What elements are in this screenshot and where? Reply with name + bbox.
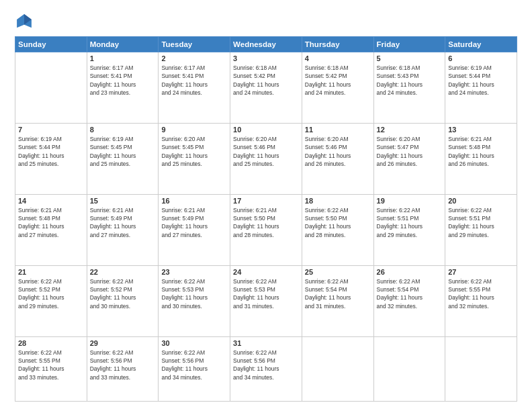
col-header-thursday: Thursday [302, 37, 373, 52]
day-info: Sunrise: 6:20 AMSunset: 5:47 PMDaylight:… [377, 135, 443, 168]
day-number: 15 [90, 197, 156, 205]
logo [15, 12, 36, 31]
day-number: 2 [161, 54, 227, 62]
day-number: 4 [305, 54, 371, 62]
week-row-2: 7Sunrise: 6:19 AMSunset: 5:44 PMDaylight… [15, 123, 517, 194]
col-header-wednesday: Wednesday [230, 37, 302, 52]
day-number: 11 [305, 126, 371, 134]
day-info: Sunrise: 6:21 AMSunset: 5:49 PMDaylight:… [161, 206, 227, 239]
day-number: 5 [377, 54, 443, 62]
col-header-tuesday: Tuesday [159, 37, 230, 52]
day-number: 28 [18, 339, 84, 347]
day-info: Sunrise: 6:22 AMSunset: 5:53 PMDaylight:… [161, 277, 227, 310]
day-info: Sunrise: 6:22 AMSunset: 5:54 PMDaylight:… [305, 277, 371, 310]
day-number: 25 [305, 268, 371, 276]
day-info: Sunrise: 6:19 AMSunset: 5:44 PMDaylight:… [18, 135, 84, 168]
day-info: Sunrise: 6:22 AMSunset: 5:51 PMDaylight:… [377, 206, 443, 239]
day-number: 23 [161, 268, 227, 276]
day-info: Sunrise: 6:20 AMSunset: 5:46 PMDaylight:… [233, 135, 299, 168]
day-cell [373, 336, 445, 401]
day-cell: 12Sunrise: 6:20 AMSunset: 5:47 PMDayligh… [373, 123, 445, 194]
day-number: 14 [18, 197, 84, 205]
day-number: 13 [448, 126, 514, 134]
day-number: 9 [161, 126, 227, 134]
day-cell: 5Sunrise: 6:18 AMSunset: 5:43 PMDaylight… [373, 52, 445, 124]
day-number: 18 [305, 197, 371, 205]
logo-icon [15, 12, 34, 31]
col-header-monday: Monday [87, 37, 159, 52]
day-info: Sunrise: 6:17 AMSunset: 5:41 PMDaylight:… [90, 64, 156, 97]
header [15, 12, 517, 31]
day-info: Sunrise: 6:19 AMSunset: 5:44 PMDaylight:… [448, 64, 514, 97]
day-number: 29 [90, 339, 156, 347]
day-info: Sunrise: 6:19 AMSunset: 5:45 PMDaylight:… [90, 135, 156, 168]
day-cell: 16Sunrise: 6:21 AMSunset: 5:49 PMDayligh… [159, 194, 230, 265]
day-info: Sunrise: 6:17 AMSunset: 5:41 PMDaylight:… [161, 64, 227, 97]
day-cell: 10Sunrise: 6:20 AMSunset: 5:46 PMDayligh… [230, 123, 302, 194]
day-cell [15, 52, 87, 124]
day-cell: 15Sunrise: 6:21 AMSunset: 5:49 PMDayligh… [87, 194, 159, 265]
week-row-5: 28Sunrise: 6:22 AMSunset: 5:55 PMDayligh… [15, 336, 517, 401]
day-number: 20 [448, 197, 514, 205]
day-number: 19 [377, 197, 443, 205]
col-header-friday: Friday [373, 37, 445, 52]
day-cell: 26Sunrise: 6:22 AMSunset: 5:54 PMDayligh… [373, 265, 445, 336]
day-info: Sunrise: 6:20 AMSunset: 5:46 PMDaylight:… [305, 135, 371, 168]
header-row: SundayMondayTuesdayWednesdayThursdayFrid… [15, 37, 517, 52]
day-cell: 9Sunrise: 6:20 AMSunset: 5:45 PMDaylight… [159, 123, 230, 194]
day-cell: 11Sunrise: 6:20 AMSunset: 5:46 PMDayligh… [302, 123, 373, 194]
day-cell: 20Sunrise: 6:22 AMSunset: 5:51 PMDayligh… [445, 194, 517, 265]
day-number: 30 [161, 339, 227, 347]
day-cell: 28Sunrise: 6:22 AMSunset: 5:55 PMDayligh… [15, 336, 87, 401]
day-cell: 6Sunrise: 6:19 AMSunset: 5:44 PMDaylight… [445, 52, 517, 124]
day-cell: 22Sunrise: 6:22 AMSunset: 5:52 PMDayligh… [87, 265, 159, 336]
day-cell: 27Sunrise: 6:22 AMSunset: 5:55 PMDayligh… [445, 265, 517, 336]
day-info: Sunrise: 6:22 AMSunset: 5:51 PMDaylight:… [448, 206, 514, 239]
day-info: Sunrise: 6:22 AMSunset: 5:53 PMDaylight:… [233, 277, 299, 310]
day-number: 22 [90, 268, 156, 276]
day-info: Sunrise: 6:22 AMSunset: 5:55 PMDaylight:… [18, 349, 84, 381]
day-cell: 4Sunrise: 6:18 AMSunset: 5:42 PMDaylight… [302, 52, 373, 124]
day-cell: 24Sunrise: 6:22 AMSunset: 5:53 PMDayligh… [230, 265, 302, 336]
day-number: 26 [377, 268, 443, 276]
day-number: 7 [18, 126, 84, 134]
day-number: 16 [161, 197, 227, 205]
day-cell: 19Sunrise: 6:22 AMSunset: 5:51 PMDayligh… [373, 194, 445, 265]
day-info: Sunrise: 6:21 AMSunset: 5:50 PMDaylight:… [233, 206, 299, 239]
day-number: 21 [18, 268, 84, 276]
day-number: 17 [233, 197, 299, 205]
day-cell: 21Sunrise: 6:22 AMSunset: 5:52 PMDayligh… [15, 265, 87, 336]
day-cell: 7Sunrise: 6:19 AMSunset: 5:44 PMDaylight… [15, 123, 87, 194]
day-info: Sunrise: 6:20 AMSunset: 5:45 PMDaylight:… [161, 135, 227, 168]
day-cell [302, 336, 373, 401]
day-cell: 25Sunrise: 6:22 AMSunset: 5:54 PMDayligh… [302, 265, 373, 336]
day-cell: 3Sunrise: 6:18 AMSunset: 5:42 PMDaylight… [230, 52, 302, 124]
day-info: Sunrise: 6:22 AMSunset: 5:52 PMDaylight:… [18, 277, 84, 310]
day-number: 8 [90, 126, 156, 134]
day-number: 31 [233, 339, 299, 347]
day-info: Sunrise: 6:22 AMSunset: 5:56 PMDaylight:… [90, 349, 156, 381]
day-info: Sunrise: 6:22 AMSunset: 5:54 PMDaylight:… [377, 277, 443, 310]
day-info: Sunrise: 6:18 AMSunset: 5:43 PMDaylight:… [377, 64, 443, 97]
day-number: 12 [377, 126, 443, 134]
day-number: 24 [233, 268, 299, 276]
calendar-page: SundayMondayTuesdayWednesdayThursdayFrid… [0, 0, 532, 411]
day-cell: 31Sunrise: 6:22 AMSunset: 5:56 PMDayligh… [230, 336, 302, 401]
day-cell: 2Sunrise: 6:17 AMSunset: 5:41 PMDaylight… [159, 52, 230, 124]
week-row-4: 21Sunrise: 6:22 AMSunset: 5:52 PMDayligh… [15, 265, 517, 336]
day-info: Sunrise: 6:18 AMSunset: 5:42 PMDaylight:… [233, 64, 299, 97]
day-info: Sunrise: 6:21 AMSunset: 5:48 PMDaylight:… [18, 206, 84, 239]
day-cell [445, 336, 517, 401]
day-number: 3 [233, 54, 299, 62]
day-info: Sunrise: 6:22 AMSunset: 5:56 PMDaylight:… [233, 349, 299, 381]
day-cell: 30Sunrise: 6:22 AMSunset: 5:56 PMDayligh… [159, 336, 230, 401]
day-number: 6 [448, 54, 514, 62]
day-cell: 18Sunrise: 6:22 AMSunset: 5:50 PMDayligh… [302, 194, 373, 265]
week-row-3: 14Sunrise: 6:21 AMSunset: 5:48 PMDayligh… [15, 194, 517, 265]
day-cell: 23Sunrise: 6:22 AMSunset: 5:53 PMDayligh… [159, 265, 230, 336]
col-header-saturday: Saturday [445, 37, 517, 52]
day-cell: 1Sunrise: 6:17 AMSunset: 5:41 PMDaylight… [87, 52, 159, 124]
week-row-1: 1Sunrise: 6:17 AMSunset: 5:41 PMDaylight… [15, 52, 517, 124]
day-cell: 13Sunrise: 6:21 AMSunset: 5:48 PMDayligh… [445, 123, 517, 194]
day-info: Sunrise: 6:22 AMSunset: 5:55 PMDaylight:… [448, 277, 514, 310]
